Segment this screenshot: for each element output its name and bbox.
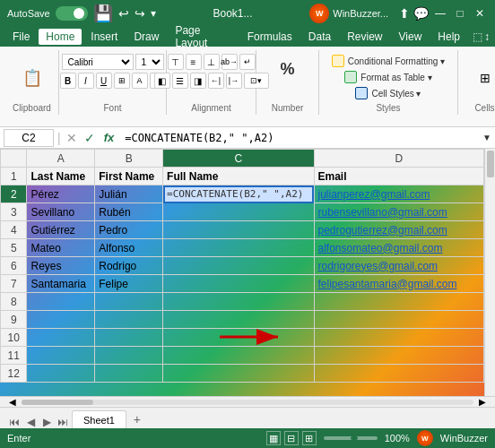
- cell-a5[interactable]: Mateo: [27, 239, 95, 257]
- cell-d7[interactable]: felipesantamaria@gmail.com: [314, 275, 484, 293]
- page-layout-view-button[interactable]: ⊟: [284, 431, 299, 445]
- cell-a8[interactable]: [27, 293, 95, 311]
- cell-a1[interactable]: Last Name: [27, 168, 95, 185]
- cell-d1[interactable]: Email: [314, 168, 484, 185]
- ribbon-display-options[interactable]: ⬚: [473, 30, 482, 43]
- formula-expand-button[interactable]: ▼: [482, 133, 491, 142]
- cell-b1[interactable]: First Name: [95, 168, 163, 185]
- cell-c2[interactable]: =CONCATENATE(B2," ",A2): [163, 185, 314, 203]
- zoom-slider[interactable]: [324, 436, 378, 440]
- menu-formulas[interactable]: Formulas: [240, 29, 300, 45]
- cell-reference-input[interactable]: [4, 129, 54, 147]
- format-as-table-button[interactable]: Format as Table ▾: [343, 70, 433, 84]
- vertical-scrollbar[interactable]: [484, 149, 495, 396]
- menu-file[interactable]: File: [5, 29, 37, 45]
- cell-b4[interactable]: Pedro: [95, 221, 163, 239]
- menu-data[interactable]: Data: [301, 29, 338, 45]
- align-bottom-button[interactable]: ⊥: [204, 54, 220, 70]
- menu-review[interactable]: Review: [340, 29, 389, 45]
- formula-confirm-button[interactable]: ✓: [82, 131, 97, 145]
- cell-a4[interactable]: Gutiérrez: [27, 221, 95, 239]
- undo-icon[interactable]: ↩: [118, 6, 129, 21]
- scroll-right-button[interactable]: ▶: [473, 397, 491, 407]
- cell-b2[interactable]: Julián: [95, 185, 163, 203]
- align-top-button[interactable]: ⊤: [168, 54, 184, 70]
- cell-d4[interactable]: pedrogutierrez@gmail.com: [314, 221, 484, 239]
- row-num-5: 5: [1, 239, 27, 257]
- align-middle-button[interactable]: ≡: [186, 54, 202, 70]
- bold-button[interactable]: B: [60, 73, 76, 89]
- underline-button[interactable]: U: [96, 73, 112, 89]
- wrap-text-button[interactable]: ↵: [239, 54, 256, 70]
- redo-icon[interactable]: ↪: [135, 6, 145, 21]
- col-header-d[interactable]: D: [314, 150, 484, 168]
- insert-function-button[interactable]: fx: [100, 131, 118, 144]
- menu-insert[interactable]: Insert: [83, 29, 125, 45]
- increase-indent-button[interactable]: |→: [226, 73, 242, 89]
- share-icon[interactable]: ⬆: [399, 6, 410, 21]
- scroll-left-button[interactable]: ◀: [4, 397, 22, 407]
- cell-b7[interactable]: Felipe: [95, 275, 163, 293]
- sheet-nav-first[interactable]: ⏮: [7, 416, 22, 428]
- add-sheet-button[interactable]: +: [128, 410, 146, 428]
- col-header-a[interactable]: A: [27, 150, 95, 168]
- cells-button[interactable]: ⊞: [469, 63, 496, 93]
- page-break-view-button[interactable]: ⊞: [302, 431, 317, 445]
- save-icon[interactable]: 💾: [93, 4, 113, 23]
- cell-a6[interactable]: Reyes: [27, 257, 95, 275]
- hscrollbar-thumb[interactable]: [22, 400, 93, 405]
- sheet-tab-sheet1[interactable]: Sheet1: [72, 410, 126, 428]
- conditional-formatting-button[interactable]: Conditional Formatting ▾: [330, 54, 447, 68]
- maximize-button[interactable]: □: [452, 5, 468, 22]
- scrollbar-thumb[interactable]: [487, 151, 494, 177]
- sheet-nav-prev[interactable]: ◀: [23, 416, 38, 428]
- cell-c5[interactable]: [163, 239, 314, 257]
- formula-input[interactable]: [121, 129, 479, 147]
- minimize-button[interactable]: —: [432, 5, 448, 22]
- menu-view[interactable]: View: [392, 29, 430, 45]
- sheet-nav-last[interactable]: ⏭: [56, 416, 70, 428]
- cell-styles-button[interactable]: Cell Styles ▾: [353, 86, 422, 100]
- cell-c1[interactable]: Full Name: [163, 168, 314, 185]
- menu-help[interactable]: Help: [430, 29, 467, 45]
- cell-c6[interactable]: [163, 257, 314, 275]
- restore-ribbon-icon[interactable]: ↕: [484, 30, 490, 43]
- horizontal-scrollbar[interactable]: ◀ ▶: [0, 396, 495, 407]
- cell-a2[interactable]: Pérez: [27, 185, 95, 203]
- cell-a3[interactable]: Sevillano: [27, 203, 95, 221]
- cell-a7[interactable]: Santamaria: [27, 275, 95, 293]
- close-button[interactable]: ✕: [472, 5, 488, 22]
- text-direction-button[interactable]: ab→: [221, 54, 238, 70]
- sheet-nav-next[interactable]: ▶: [39, 416, 54, 428]
- align-center-button[interactable]: ☰: [172, 73, 188, 89]
- menu-draw[interactable]: Draw: [126, 29, 166, 45]
- menu-home[interactable]: Home: [39, 29, 82, 45]
- italic-button[interactable]: I: [78, 73, 94, 89]
- cell-b3[interactable]: Rubén: [95, 203, 163, 221]
- formula-cancel-button[interactable]: ✕: [65, 131, 79, 145]
- percent-button[interactable]: %: [272, 54, 304, 84]
- clipboard-button[interactable]: 📋: [16, 63, 48, 93]
- cell-d5[interactable]: alfonsomateo@gmail.com: [314, 239, 484, 257]
- fill-color-button[interactable]: A: [132, 73, 148, 89]
- cell-b6[interactable]: Rodrigo: [95, 257, 163, 275]
- cell-d2[interactable]: julianperez@gmail.com: [314, 185, 484, 203]
- cell-c3[interactable]: [163, 203, 314, 221]
- scrollbar-track[interactable]: [22, 400, 473, 405]
- decrease-indent-button[interactable]: ←|: [208, 73, 224, 89]
- cell-c7[interactable]: [163, 275, 314, 293]
- border-button[interactable]: ⊞: [114, 73, 130, 89]
- table-row: 2 Pérez Julián =CONCATENATE(B2," ",A2) j…: [1, 185, 484, 203]
- align-left-button[interactable]: ◧: [154, 73, 170, 89]
- col-header-c[interactable]: C: [163, 150, 314, 168]
- align-right-button[interactable]: ◨: [190, 73, 206, 89]
- cell-d3[interactable]: rubensevillano@gmail.com: [314, 203, 484, 221]
- comments-icon[interactable]: 💬: [413, 6, 429, 21]
- font-name-select[interactable]: Calibri: [62, 54, 134, 70]
- cell-b5[interactable]: Alfonso: [95, 239, 163, 257]
- cell-d6[interactable]: rodrigoreyes@gmail.com: [314, 257, 484, 275]
- normal-view-button[interactable]: ▦: [266, 431, 281, 445]
- autosave-toggle[interactable]: [56, 6, 88, 21]
- col-header-b[interactable]: B: [95, 150, 163, 168]
- cell-c4[interactable]: [163, 221, 314, 239]
